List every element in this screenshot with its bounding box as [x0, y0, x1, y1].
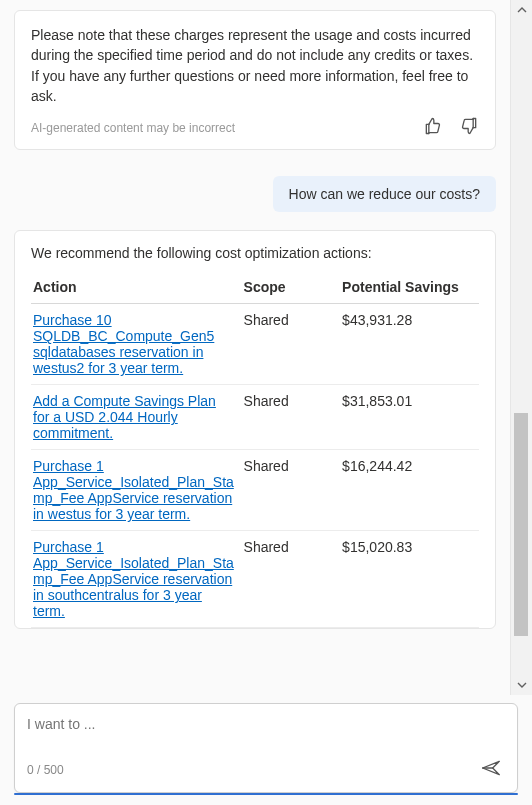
scrollbar-track[interactable]: [511, 20, 532, 675]
assistant-message: Please note that these charges represent…: [14, 10, 496, 150]
user-message-row: How can we reduce our costs?: [14, 176, 496, 212]
scope-cell: Shared: [242, 531, 341, 628]
assistant-text: Please note that these charges represent…: [31, 25, 479, 106]
table-row: Add a Compute Savings Plan for a USD 2.0…: [31, 385, 479, 450]
ai-disclaimer: AI-generated content may be incorrect: [31, 121, 235, 135]
assistant-footer: AI-generated content may be incorrect: [31, 116, 479, 139]
col-header-savings: Potential Savings: [340, 273, 479, 304]
feedback-buttons: [423, 116, 479, 139]
scope-cell: Shared: [242, 304, 341, 385]
input-accent-bar: [14, 793, 518, 795]
recommendation-card: We recommend the following cost optimiza…: [14, 230, 496, 629]
table-header-row: Action Scope Potential Savings: [31, 273, 479, 304]
table-row: Purchase 1 App_Service_Isolated_Plan_Sta…: [31, 531, 479, 628]
scroll-up-icon[interactable]: [511, 0, 532, 20]
savings-cell: $15,020.83: [340, 531, 479, 628]
chat-input-container: 0 / 500: [14, 703, 518, 793]
char-counter: 0 / 500: [27, 763, 64, 777]
send-button[interactable]: [477, 755, 505, 784]
scope-cell: Shared: [242, 385, 341, 450]
user-message: How can we reduce our costs?: [273, 176, 496, 212]
scroll-down-icon[interactable]: [511, 675, 532, 695]
scope-cell: Shared: [242, 450, 341, 531]
chat-panel: Please note that these charges represent…: [0, 0, 532, 805]
input-bottom-row: 0 / 500: [27, 755, 505, 784]
vertical-scrollbar[interactable]: [510, 0, 532, 695]
recommendation-intro: We recommend the following cost optimiza…: [31, 245, 479, 261]
thumbs-up-icon[interactable]: [423, 116, 443, 139]
table-row: Purchase 1 App_Service_Isolated_Plan_Sta…: [31, 450, 479, 531]
savings-cell: $31,853.01: [340, 385, 479, 450]
action-link[interactable]: Purchase 1 App_Service_Isolated_Plan_Sta…: [33, 458, 234, 522]
action-link[interactable]: Add a Compute Savings Plan for a USD 2.0…: [33, 393, 216, 441]
action-link[interactable]: Purchase 1 App_Service_Isolated_Plan_Sta…: [33, 539, 234, 619]
recommendation-table: Action Scope Potential Savings Purchase …: [31, 273, 479, 628]
send-icon: [481, 765, 501, 780]
savings-cell: $16,244.42: [340, 450, 479, 531]
scrollbar-thumb[interactable]: [514, 413, 528, 636]
thumbs-down-icon[interactable]: [459, 116, 479, 139]
message-scroll-area: Please note that these charges represent…: [0, 0, 510, 695]
col-header-action: Action: [31, 273, 242, 304]
table-row: Purchase 10 SQLDB_BC_Compute_Gen5 sqldat…: [31, 304, 479, 385]
action-link[interactable]: Purchase 10 SQLDB_BC_Compute_Gen5 sqldat…: [33, 312, 214, 376]
chat-input[interactable]: [27, 714, 505, 755]
col-header-scope: Scope: [242, 273, 341, 304]
savings-cell: $43,931.28: [340, 304, 479, 385]
